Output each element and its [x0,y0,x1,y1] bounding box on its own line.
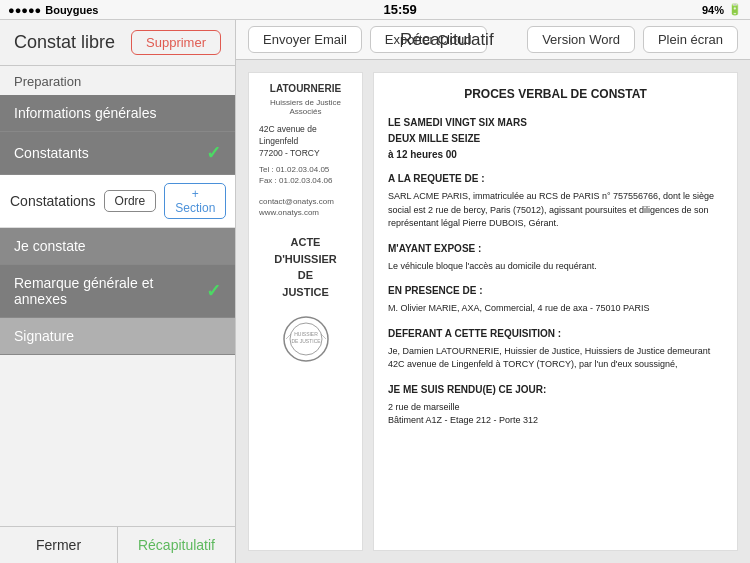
fermer-button[interactable]: Fermer [0,527,118,563]
status-time: 15:59 [384,2,417,17]
firm-email: contact@onatys.com www.onatys.com [259,196,352,218]
content-header: Envoyer Email Exporter Cloud Récapitulat… [236,20,750,60]
sidebar-item-remarque[interactable]: Remarque générale et annexes ✓ [0,265,235,318]
content-area: Envoyer Email Exporter Cloud Récapitulat… [236,20,750,563]
signature-label: Signature [14,328,74,344]
sidebar-item-je-constate[interactable]: Je constate [0,228,235,265]
doc-section-deferant: DEFERANT A CETTE REQUISITION : Je, Damie… [388,326,723,372]
main-container: Constat libre Supprimer Preparation Info… [0,20,750,563]
informations-label: Informations générales [14,105,156,121]
firm-name: LATOURNERIE [259,83,352,94]
document-right-panel: PROCES VERBAL DE CONSTAT LE SAMEDI VINGT… [373,72,738,551]
sidebar-footer: Fermer Récapitulatif [0,526,235,563]
doc-section-presence: EN PRESENCE DE : M. Olivier MARIE, AXA, … [388,283,723,316]
status-battery: 94% 🔋 [702,3,742,16]
recapitulatif-button[interactable]: Récapitulatif [118,527,235,563]
je-constate-label: Je constate [14,238,86,254]
content-title: Récapitulatif [375,30,520,50]
constatants-check-icon: ✓ [206,142,221,164]
document-title: PROCES VERBAL DE CONSTAT [388,85,723,103]
svg-text:DE JUSTICE: DE JUSTICE [291,338,321,344]
sidebar-item-constatations[interactable]: Constatations Ordre + Section [0,175,235,228]
constatants-label: Constatants [14,145,89,161]
sidebar: Constat libre Supprimer Preparation Info… [0,20,236,563]
sidebar-item-informations[interactable]: Informations générales [0,95,235,132]
sidebar-nav: Preparation Informations générales Const… [0,66,235,526]
remarque-check-icon: ✓ [206,280,221,302]
remarque-label: Remarque générale et annexes [14,275,206,307]
status-carrier: ●●●●● Bouygues [8,4,98,16]
supprimer-button[interactable]: Supprimer [131,30,221,55]
firm-contact: Tel : 01.02.03.04.05 Fax : 01.02.03.04.0… [259,164,352,186]
firm-subtitle: Huissiers de Justice Associés [259,98,352,116]
version-word-button[interactable]: Version Word [527,26,635,53]
preparation-label: Preparation [0,66,235,95]
document-date: LE SAMEDI VINGT SIX MARS DEUX MILLE SEIZ… [388,115,723,163]
battery-icon: 🔋 [728,3,742,16]
plein-ecran-button[interactable]: Plein écran [643,26,738,53]
doc-section-expose: M'AYANT EXPOSE : Le véhicule bloque l'ac… [388,241,723,274]
document-left-panel: LATOURNERIE Huissiers de Justice Associé… [248,72,363,551]
firm-stamp: HUISSIER DE JUSTICE [259,314,352,369]
content-body: LATOURNERIE Huissiers de Justice Associé… [236,60,750,563]
sidebar-title: Constat libre [14,32,115,53]
doc-section-requete: A LA REQUETE DE : SARL ACME PARIS, immat… [388,171,723,231]
sidebar-item-signature[interactable]: Signature [0,318,235,355]
status-bar: ●●●●● Bouygues 15:59 94% 🔋 [0,0,750,20]
doc-section-rendu: JE ME SUIS RENDU(E) CE JOUR: 2 rue de ma… [388,382,723,428]
toolbar-right: Version Word Plein écran [527,26,738,53]
ordre-button[interactable]: Ordre [104,190,157,212]
constatations-label: Constatations [10,193,96,209]
signal-icon: ●●●●● [8,4,41,16]
firm-address: 42C avenue de Lingenfeld 77200 - TORCY [259,124,352,160]
sidebar-header: Constat libre Supprimer [0,20,235,66]
acte-title: ACTED'HUISSIERDEJUSTICE [259,234,352,300]
sidebar-item-constatants[interactable]: Constatants ✓ [0,132,235,175]
svg-text:HUISSIER: HUISSIER [294,331,318,337]
section-button[interactable]: + Section [164,183,226,219]
envoyer-email-button[interactable]: Envoyer Email [248,26,362,53]
